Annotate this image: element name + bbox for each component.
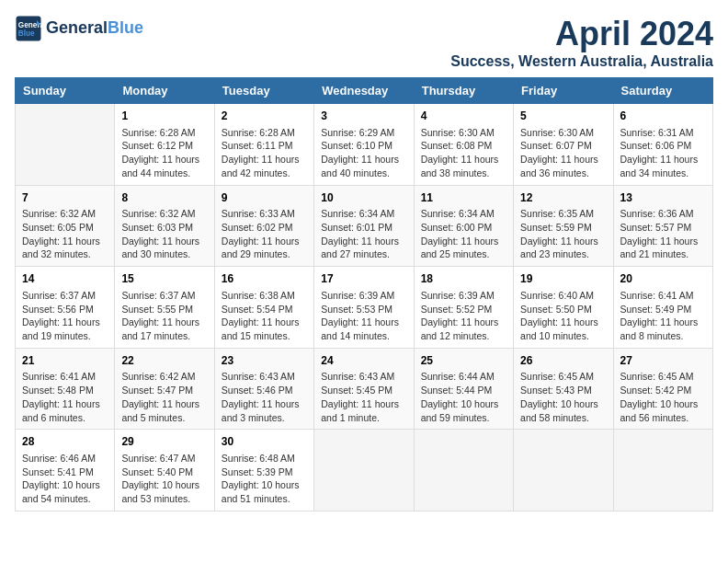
day-number: 4 bbox=[421, 109, 506, 124]
day-number: 22 bbox=[121, 353, 207, 369]
header-tuesday: Tuesday bbox=[214, 78, 313, 104]
calendar-cell: 4Sunrise: 6:30 AMSunset: 6:08 PMDaylight… bbox=[414, 104, 513, 186]
day-info: Sunrise: 6:29 AMSunset: 6:10 PMDaylight:… bbox=[321, 126, 406, 180]
calendar-cell: 19Sunrise: 6:40 AMSunset: 5:50 PMDayligh… bbox=[514, 267, 613, 349]
header-friday: Friday bbox=[514, 78, 613, 104]
calendar-week-2: 7Sunrise: 6:32 AMSunset: 6:05 PMDaylight… bbox=[16, 185, 713, 267]
day-number: 15 bbox=[121, 271, 207, 287]
calendar-cell: 9Sunrise: 6:33 AMSunset: 6:02 PMDaylight… bbox=[214, 185, 313, 267]
calendar-cell: 23Sunrise: 6:43 AMSunset: 5:46 PMDayligh… bbox=[214, 348, 313, 430]
day-number: 13 bbox=[620, 190, 706, 206]
day-info: Sunrise: 6:36 AMSunset: 5:57 PMDaylight:… bbox=[620, 207, 706, 261]
day-info: Sunrise: 6:42 AMSunset: 5:47 PMDaylight:… bbox=[121, 370, 207, 424]
day-info: Sunrise: 6:28 AMSunset: 6:11 PMDaylight:… bbox=[222, 126, 307, 180]
calendar-cell: 11Sunrise: 6:34 AMSunset: 6:00 PMDayligh… bbox=[414, 185, 513, 267]
logo-text: GeneralBlue bbox=[46, 19, 143, 38]
calendar-week-4: 21Sunrise: 6:41 AMSunset: 5:48 PMDayligh… bbox=[16, 348, 713, 430]
day-number: 29 bbox=[121, 434, 207, 450]
header-monday: Monday bbox=[115, 78, 214, 104]
day-number: 7 bbox=[22, 190, 108, 206]
day-info: Sunrise: 6:32 AMSunset: 6:03 PMDaylight:… bbox=[121, 207, 207, 261]
calendar-cell: 15Sunrise: 6:37 AMSunset: 5:55 PMDayligh… bbox=[115, 267, 214, 349]
day-number: 3 bbox=[321, 109, 406, 124]
calendar-week-5: 28Sunrise: 6:46 AMSunset: 5:41 PMDayligh… bbox=[16, 430, 713, 511]
calendar-cell: 10Sunrise: 6:34 AMSunset: 6:01 PMDayligh… bbox=[314, 185, 414, 267]
day-info: Sunrise: 6:48 AMSunset: 5:39 PMDaylight:… bbox=[222, 452, 307, 506]
day-number: 27 bbox=[620, 353, 706, 369]
day-number: 5 bbox=[520, 109, 606, 124]
day-number: 6 bbox=[620, 109, 706, 124]
day-info: Sunrise: 6:34 AMSunset: 6:00 PMDaylight:… bbox=[421, 207, 506, 261]
day-info: Sunrise: 6:39 AMSunset: 5:53 PMDaylight:… bbox=[321, 289, 406, 343]
header-wednesday: Wednesday bbox=[314, 78, 414, 104]
calendar-cell: 2Sunrise: 6:28 AMSunset: 6:11 PMDaylight… bbox=[214, 104, 313, 186]
day-number: 10 bbox=[321, 190, 406, 206]
day-info: Sunrise: 6:46 AMSunset: 5:41 PMDaylight:… bbox=[22, 452, 108, 506]
day-number: 18 bbox=[421, 271, 506, 287]
day-info: Sunrise: 6:43 AMSunset: 5:46 PMDaylight:… bbox=[222, 370, 307, 424]
day-info: Sunrise: 6:37 AMSunset: 5:56 PMDaylight:… bbox=[22, 289, 108, 343]
calendar-cell bbox=[16, 104, 115, 186]
logo: General Blue GeneralBlue bbox=[15, 15, 143, 42]
day-number: 28 bbox=[22, 434, 108, 450]
calendar-header-row: SundayMondayTuesdayWednesdayThursdayFrid… bbox=[16, 78, 713, 104]
page-header: General Blue GeneralBlue April 2024 Succ… bbox=[15, 15, 713, 70]
calendar-week-3: 14Sunrise: 6:37 AMSunset: 5:56 PMDayligh… bbox=[16, 267, 713, 349]
day-number: 2 bbox=[222, 109, 307, 124]
calendar-cell: 5Sunrise: 6:30 AMSunset: 6:07 PMDaylight… bbox=[514, 104, 613, 186]
calendar-cell: 7Sunrise: 6:32 AMSunset: 6:05 PMDaylight… bbox=[16, 185, 115, 267]
day-number: 24 bbox=[321, 353, 406, 369]
day-info: Sunrise: 6:47 AMSunset: 5:40 PMDaylight:… bbox=[121, 452, 207, 506]
day-number: 11 bbox=[421, 190, 506, 206]
calendar-cell: 21Sunrise: 6:41 AMSunset: 5:48 PMDayligh… bbox=[16, 348, 115, 430]
day-info: Sunrise: 6:30 AMSunset: 6:07 PMDaylight:… bbox=[520, 126, 606, 180]
calendar-cell: 28Sunrise: 6:46 AMSunset: 5:41 PMDayligh… bbox=[16, 430, 115, 511]
day-number: 25 bbox=[421, 353, 506, 369]
header-sunday: Sunday bbox=[16, 78, 115, 104]
day-info: Sunrise: 6:32 AMSunset: 6:05 PMDaylight:… bbox=[22, 207, 108, 261]
day-info: Sunrise: 6:37 AMSunset: 5:55 PMDaylight:… bbox=[121, 289, 207, 343]
calendar-cell: 27Sunrise: 6:45 AMSunset: 5:42 PMDayligh… bbox=[613, 348, 712, 430]
day-info: Sunrise: 6:40 AMSunset: 5:50 PMDaylight:… bbox=[520, 289, 606, 343]
day-info: Sunrise: 6:44 AMSunset: 5:44 PMDaylight:… bbox=[421, 370, 506, 424]
day-info: Sunrise: 6:39 AMSunset: 5:52 PMDaylight:… bbox=[421, 289, 506, 343]
calendar-cell: 16Sunrise: 6:38 AMSunset: 5:54 PMDayligh… bbox=[214, 267, 313, 349]
calendar-subtitle: Success, Western Australia, Australia bbox=[450, 53, 713, 70]
day-info: Sunrise: 6:45 AMSunset: 5:43 PMDaylight:… bbox=[520, 370, 606, 424]
day-number: 9 bbox=[222, 190, 307, 206]
calendar-cell: 17Sunrise: 6:39 AMSunset: 5:53 PMDayligh… bbox=[314, 267, 414, 349]
day-number: 17 bbox=[321, 271, 406, 287]
day-info: Sunrise: 6:38 AMSunset: 5:54 PMDaylight:… bbox=[222, 289, 307, 343]
day-number: 16 bbox=[222, 271, 307, 287]
day-info: Sunrise: 6:41 AMSunset: 5:48 PMDaylight:… bbox=[22, 370, 108, 424]
day-number: 1 bbox=[121, 109, 207, 124]
day-number: 14 bbox=[22, 271, 108, 287]
calendar-cell: 20Sunrise: 6:41 AMSunset: 5:49 PMDayligh… bbox=[613, 267, 712, 349]
calendar-cell: 18Sunrise: 6:39 AMSunset: 5:52 PMDayligh… bbox=[414, 267, 513, 349]
calendar-cell: 26Sunrise: 6:45 AMSunset: 5:43 PMDayligh… bbox=[514, 348, 613, 430]
day-info: Sunrise: 6:34 AMSunset: 6:01 PMDaylight:… bbox=[321, 207, 406, 261]
day-number: 8 bbox=[121, 190, 207, 206]
calendar-cell: 14Sunrise: 6:37 AMSunset: 5:56 PMDayligh… bbox=[16, 267, 115, 349]
calendar-cell: 25Sunrise: 6:44 AMSunset: 5:44 PMDayligh… bbox=[414, 348, 513, 430]
day-number: 20 bbox=[620, 271, 706, 287]
day-number: 23 bbox=[222, 353, 307, 369]
day-info: Sunrise: 6:30 AMSunset: 6:08 PMDaylight:… bbox=[421, 126, 506, 180]
day-info: Sunrise: 6:33 AMSunset: 6:02 PMDaylight:… bbox=[222, 207, 307, 261]
day-info: Sunrise: 6:28 AMSunset: 6:12 PMDaylight:… bbox=[121, 126, 207, 180]
calendar-cell: 3Sunrise: 6:29 AMSunset: 6:10 PMDaylight… bbox=[314, 104, 414, 186]
calendar-cell: 22Sunrise: 6:42 AMSunset: 5:47 PMDayligh… bbox=[115, 348, 214, 430]
day-info: Sunrise: 6:43 AMSunset: 5:45 PMDaylight:… bbox=[321, 370, 406, 424]
day-number: 12 bbox=[520, 190, 606, 206]
calendar-title: April 2024 bbox=[450, 15, 713, 53]
logo-icon: General Blue bbox=[15, 15, 42, 42]
header-saturday: Saturday bbox=[613, 78, 712, 104]
title-area: April 2024 Success, Western Australia, A… bbox=[450, 15, 713, 70]
calendar-cell bbox=[514, 430, 613, 511]
calendar-cell: 6Sunrise: 6:31 AMSunset: 6:06 PMDaylight… bbox=[613, 104, 712, 186]
calendar-cell: 24Sunrise: 6:43 AMSunset: 5:45 PMDayligh… bbox=[314, 348, 414, 430]
day-number: 26 bbox=[520, 353, 606, 369]
day-number: 19 bbox=[520, 271, 606, 287]
calendar-cell: 29Sunrise: 6:47 AMSunset: 5:40 PMDayligh… bbox=[115, 430, 214, 511]
calendar-week-1: 1Sunrise: 6:28 AMSunset: 6:12 PMDaylight… bbox=[16, 104, 713, 186]
